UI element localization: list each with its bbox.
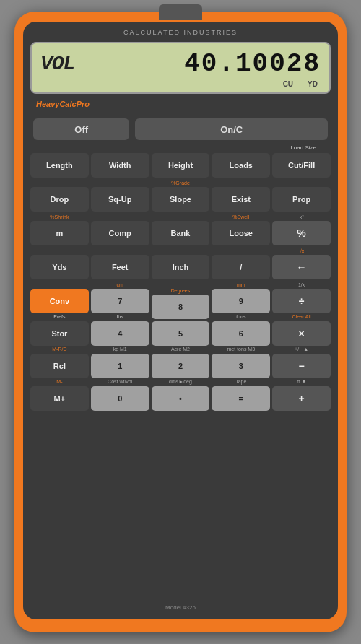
key-row-6: Stor M-R/C 4 kg M1 5 Acre M2 6 met tons …	[30, 321, 331, 352]
2-sublabel: dms►deg	[169, 379, 192, 384]
squp-key[interactable]: Sq-Up	[91, 187, 149, 212]
key-row-4: Yds Feet Inch / √x ←	[30, 248, 331, 279]
stor-key[interactable]: Stor	[30, 321, 89, 346]
key-wrapper-comp: Comp	[91, 221, 149, 245]
exist-key[interactable]: Exist	[212, 187, 270, 212]
multiply-key[interactable]: ×	[272, 321, 331, 346]
mrc-label: M-R/C	[52, 347, 66, 352]
onc-button[interactable]: On/C	[135, 118, 328, 140]
top-clip	[159, 4, 202, 20]
key-wrapper-1: 1 Cost wt/vol	[91, 354, 149, 384]
calculator-inner: CALCULATED INDUSTRIES VOL 40.10028 CU YD…	[23, 22, 338, 619]
rcl-key[interactable]: Rcl	[30, 354, 89, 378]
slope-sublabel: %Grade	[171, 180, 190, 187]
feet-key[interactable]: Feet	[91, 255, 149, 279]
off-button[interactable]: Off	[33, 118, 129, 140]
prefs-label: Prefs	[53, 314, 65, 319]
key-row-5: Conv Prefs cm 7 lbs Degrees 8 mm 9 tons	[30, 282, 331, 319]
key-wrapper-prop: Prop	[272, 187, 331, 212]
key-wrapper-minus: − π ▼	[272, 354, 331, 384]
key-wrapper-8: Degrees 8	[152, 287, 210, 319]
3-key[interactable]: 3	[212, 354, 270, 378]
mplus-key[interactable]: M+	[30, 386, 89, 411]
7-key[interactable]: 7	[91, 289, 149, 313]
key-wrapper-plus: +	[272, 386, 331, 411]
multiply-sublabel: +/− ▲	[295, 347, 308, 352]
cutfill-key[interactable]: Cut/Fill	[272, 153, 331, 178]
backspace-sublabel: √x	[299, 248, 304, 255]
inch-key[interactable]: Inch	[152, 255, 210, 279]
0-key[interactable]: 0	[91, 386, 149, 411]
key-wrapper-width: Width	[91, 153, 149, 178]
tons-label: tons	[236, 314, 245, 319]
slope-key[interactable]: Slope	[152, 187, 210, 212]
key-wrapper-3: 3 Tape	[212, 354, 270, 384]
key-wrapper-rcl: Rcl M-	[30, 354, 89, 384]
minus-sublabel: π ▼	[297, 379, 307, 384]
9-key[interactable]: 9	[212, 289, 270, 313]
m-sublabel: %Shrink	[50, 214, 69, 221]
key-wrapper-4: 4 kg M1	[91, 321, 149, 352]
key-wrapper-m: %Shrink m	[30, 214, 89, 245]
loose-key[interactable]: Loose	[212, 221, 270, 245]
key-wrapper-loads: Loads	[212, 153, 270, 178]
power-buttons: Off On/C	[30, 118, 331, 140]
keypad: Load Size Length Width Height Loads Cut/…	[30, 144, 331, 599]
drop-key[interactable]: Drop	[30, 187, 89, 212]
calculator-body: CALCULATED INDUSTRIES VOL 40.10028 CU YD…	[14, 12, 347, 632]
key-wrapper-backspace: √x ←	[272, 248, 331, 279]
key-wrapper-slope: %Grade Slope	[152, 180, 210, 212]
display-value: 40.10028	[82, 49, 321, 79]
key-row-7: Rcl M- 1 Cost wt/vol 2 dms►deg 3 Tape −	[30, 354, 331, 384]
key-wrapper-divide-top: /	[212, 255, 270, 279]
key-wrapper-2: 2 dms►deg	[152, 354, 210, 384]
key-wrapper-9: mm 9 tons	[212, 282, 270, 319]
divide-key[interactable]: ÷	[272, 289, 331, 313]
key-wrapper-multiply: × +/− ▲	[272, 321, 331, 352]
2-key[interactable]: 2	[152, 354, 210, 378]
key-wrapper-7: cm 7 lbs	[91, 282, 149, 319]
key-wrapper-percent: x² %	[272, 214, 331, 245]
5-key[interactable]: 5	[152, 321, 210, 346]
comp-key[interactable]: Comp	[91, 221, 149, 245]
loads-key[interactable]: Loads	[212, 153, 270, 178]
m-key[interactable]: m	[30, 221, 89, 245]
percent-toplabel: x²	[300, 214, 304, 221]
key-row-3: %Shrink m Comp Bank %Swell Loose x² %	[30, 214, 331, 245]
backspace-key[interactable]: ←	[272, 255, 331, 279]
lbs-label: lbs	[117, 314, 123, 319]
height-key[interactable]: Height	[152, 153, 210, 178]
key-wrapper-mplus: M+	[30, 386, 89, 411]
6-key[interactable]: 6	[212, 321, 270, 346]
display-unit1: CU	[283, 80, 293, 88]
length-key[interactable]: Length	[30, 153, 89, 178]
width-key[interactable]: Width	[91, 153, 149, 178]
key-wrapper-equals: =	[212, 386, 270, 411]
minus-key[interactable]: −	[272, 354, 331, 378]
slash-key[interactable]: /	[212, 255, 270, 279]
key-wrapper-drop: Drop	[30, 187, 89, 212]
key-wrapper-loose: %Swell Loose	[212, 214, 270, 245]
divide-sublabel: 1/x	[298, 282, 305, 289]
key-wrapper-6: 6 met tons M3	[212, 321, 270, 352]
yds-key[interactable]: Yds	[30, 255, 89, 279]
dot-key[interactable]: •	[152, 386, 210, 411]
plus-key[interactable]: +	[272, 386, 331, 411]
1-key[interactable]: 1	[91, 354, 149, 378]
4-sublabel: kg M1	[113, 347, 127, 352]
display-mode: VOL	[40, 53, 74, 75]
bank-key[interactable]: Bank	[152, 221, 210, 245]
key-wrapper-height: Height	[152, 153, 210, 178]
model-number: Model 4325	[30, 604, 331, 611]
loose-sublabel: %Swell	[232, 214, 249, 221]
conv-key[interactable]: Conv	[30, 289, 89, 313]
4-key[interactable]: 4	[91, 321, 149, 346]
prop-key[interactable]: Prop	[272, 187, 331, 212]
8-key[interactable]: 8	[152, 295, 210, 319]
key-wrapper-exist: Exist	[212, 187, 270, 212]
equals-key[interactable]: =	[212, 386, 270, 411]
percent-key[interactable]: %	[272, 221, 331, 245]
9-sublabel: mm	[237, 282, 245, 289]
key-wrapper-conv: Conv Prefs	[30, 289, 89, 319]
key-wrapper-inch: Inch	[152, 255, 210, 279]
